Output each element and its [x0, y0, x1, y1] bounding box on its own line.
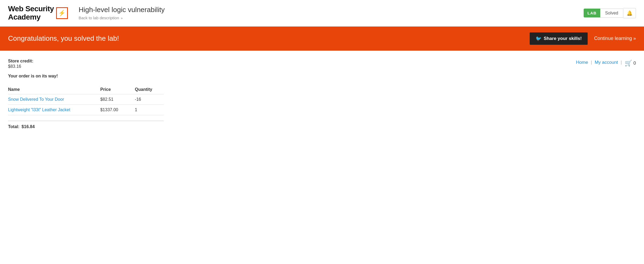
store-credit-value: $83.16 [8, 64, 529, 69]
total-label: Total: [8, 124, 19, 129]
col-header-quantity: Quantity [135, 85, 164, 94]
header-right: LAB Solved 🔔 [584, 8, 636, 18]
twitter-icon: 🐦 [536, 36, 541, 42]
logo-area: Web Security Academy ⚡ [8, 5, 68, 21]
account-link[interactable]: My account [595, 60, 618, 65]
logo-badge: ⚡ [56, 7, 68, 19]
table-row: Snow Delivered To Your Door$82.51-16 [8, 94, 164, 105]
banner-actions: 🐦 Share your skills! Continue learning » [530, 32, 636, 45]
logo-text: Web Security Academy [8, 5, 54, 21]
order-table: Name Price Quantity Snow Delivered To Yo… [8, 85, 164, 115]
product-link[interactable]: Lightweight "l33t" Leather Jacket [8, 107, 70, 112]
logo-line2: Academy [8, 13, 41, 21]
cart-area[interactable]: 🛒 0 [625, 60, 636, 67]
product-price: $1337.00 [100, 105, 135, 115]
product-price: $82.51 [100, 94, 135, 105]
cart-count: 0 [634, 61, 636, 66]
product-quantity: 1 [135, 105, 164, 115]
back-link[interactable]: Back to lab description » [79, 16, 123, 20]
header-title-area: High-level logic vulnerability Back to l… [79, 6, 584, 20]
main-content: Store credit: $83.16 Your order is on it… [0, 51, 644, 140]
total-row: Total: $16.84 [8, 121, 164, 129]
banner-message: Congratulations, you solved the lab! [8, 34, 119, 43]
table-row: Lightweight "l33t" Leather Jacket$1337.0… [8, 105, 164, 115]
nav-separator-1: | [591, 60, 592, 65]
cart-icon: 🛒 [625, 60, 632, 67]
nav-separator-2: | [621, 60, 622, 65]
product-link[interactable]: Snow Delivered To Your Door [8, 97, 64, 102]
lab-title: High-level logic vulnerability [79, 6, 584, 14]
bell-icon: 🔔 [627, 10, 632, 16]
col-header-price: Price [100, 85, 135, 94]
chevron-icon: » [121, 16, 123, 20]
lab-badge: LAB [584, 9, 600, 17]
logo-line1: Web Security [8, 5, 54, 13]
content-area: Store credit: $83.16 Your order is on it… [8, 59, 529, 129]
continue-learning-link[interactable]: Continue learning » [594, 36, 636, 41]
share-button[interactable]: 🐦 Share your skills! [530, 32, 588, 45]
right-nav: Home | My account | 🛒 0 [529, 59, 636, 129]
share-button-label: Share your skills! [544, 36, 582, 41]
bell-button[interactable]: 🔔 [623, 8, 636, 18]
solved-status: Solved [600, 9, 623, 18]
store-credit-label: Store credit: [8, 59, 529, 64]
success-banner: Congratulations, you solved the lab! 🐦 S… [0, 27, 644, 51]
lightning-icon: ⚡ [58, 10, 65, 17]
product-quantity: -16 [135, 94, 164, 105]
home-link[interactable]: Home [576, 60, 588, 65]
col-header-name: Name [8, 85, 100, 94]
order-status: Your order is on its way! [8, 74, 529, 79]
page-header: Web Security Academy ⚡ High-level logic … [0, 0, 644, 27]
total-value: $16.84 [21, 124, 35, 129]
